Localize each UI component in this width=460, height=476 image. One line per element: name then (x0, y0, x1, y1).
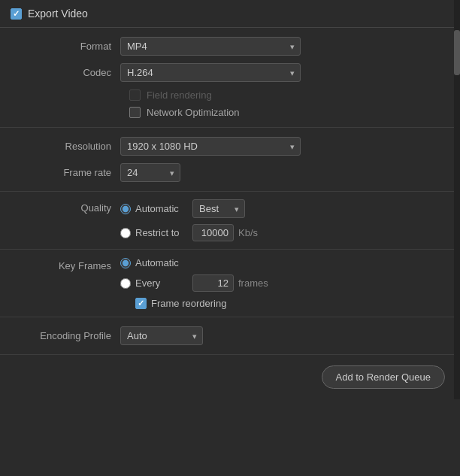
framerate-select[interactable]: 24 25 30 60 (120, 163, 180, 182)
quality-restrict-input[interactable] (192, 224, 234, 241)
frame-reorder-row: Frame reordering (120, 298, 268, 309)
quality-restrict-radio[interactable] (120, 228, 131, 238)
keyframes-every-label: Every (135, 277, 188, 289)
network-opt-row: Network Optimization (23, 107, 437, 118)
quality-options: Automatic Best High Medium Low Restrict … (120, 199, 258, 241)
quality-auto-row: Automatic Best High Medium Low (120, 199, 258, 218)
export-video-label: Export Video (28, 8, 88, 20)
keyframes-label: Key Frames (23, 257, 120, 271)
scrollbar-thumb[interactable] (454, 30, 460, 75)
resolution-select[interactable]: 1920 x 1080 HD 1280 x 720 HD 3840 x 2160… (120, 137, 301, 156)
codec-label: Codec (23, 67, 120, 78)
format-row: Format MP4 MOV AVI MKV (23, 37, 437, 56)
network-opt-checkbox[interactable] (129, 107, 141, 118)
quality-label: Quality (23, 199, 120, 214)
keyframes-auto-radio[interactable] (120, 258, 131, 268)
export-video-checkbox[interactable] (11, 8, 22, 20)
quality-best-wrapper: Best High Medium Low (192, 199, 245, 218)
codec-row: Codec H.264 H.265 ProRes DNxHD (23, 63, 437, 82)
keyframes-auto-row: Automatic (120, 257, 268, 268)
keyframes-every-input[interactable] (192, 274, 234, 292)
quality-auto-label: Automatic (135, 203, 188, 214)
keyframes-group: Key Frames Automatic Every frames Frame … (23, 257, 437, 309)
format-label: Format (23, 41, 120, 52)
keyframes-section: Key Frames Automatic Every frames Frame … (0, 250, 460, 317)
quality-restrict-unit: Kb/s (238, 227, 258, 238)
format-select[interactable]: MP4 MOV AVI MKV (120, 37, 301, 56)
keyframes-options: Automatic Every frames Frame reordering (120, 257, 268, 309)
keyframes-auto-label: Automatic (135, 257, 188, 268)
network-opt-label: Network Optimization (147, 107, 240, 118)
framerate-select-wrapper: 24 25 30 60 (120, 163, 180, 182)
add-to-render-queue-button[interactable]: Add to Render Queue (322, 365, 445, 389)
encoding-select-wrapper: Auto Baseline Main High (120, 326, 203, 345)
quality-restrict-label: Restrict to (135, 227, 188, 238)
keyframes-frames-label: frames (238, 277, 268, 289)
quality-auto-radio[interactable] (120, 204, 131, 214)
quality-section: Quality Automatic Best High Medium Low (0, 192, 460, 250)
resolution-section: Resolution 1920 x 1080 HD 1280 x 720 HD … (0, 128, 460, 192)
quality-restrict-row: Restrict to Kb/s (120, 224, 258, 241)
resolution-select-wrapper: 1920 x 1080 HD 1280 x 720 HD 3840 x 2160… (120, 137, 301, 156)
encoding-row: Encoding Profile Auto Baseline Main High (23, 326, 437, 345)
export-header: Export Video (0, 0, 460, 28)
quality-best-select[interactable]: Best High Medium Low (192, 199, 245, 218)
scrollbar-track[interactable] (454, 0, 460, 399)
field-rendering-label: Field rendering (147, 89, 212, 101)
codec-select-wrapper: H.264 H.265 ProRes DNxHD (120, 63, 301, 82)
framerate-label: Frame rate (23, 167, 120, 178)
keyframes-every-radio[interactable] (120, 278, 131, 289)
export-video-panel: Export Video Format MP4 MOV AVI MKV Code… (0, 0, 460, 399)
quality-group: Quality Automatic Best High Medium Low (23, 199, 437, 241)
frame-reorder-checkbox[interactable] (135, 298, 147, 309)
resolution-label: Resolution (23, 141, 120, 152)
codec-select[interactable]: H.264 H.265 ProRes DNxHD (120, 63, 301, 82)
field-rendering-checkbox (129, 89, 141, 101)
footer: Add to Render Queue (0, 355, 460, 399)
export-video-toggle[interactable]: Export Video (11, 8, 88, 20)
encoding-select[interactable]: Auto Baseline Main High (120, 326, 203, 345)
format-section: Format MP4 MOV AVI MKV Codec H.264 H.265… (0, 28, 460, 128)
keyframes-every-row: Every frames (120, 274, 268, 292)
encoding-label: Encoding Profile (23, 330, 120, 341)
encoding-section: Encoding Profile Auto Baseline Main High (0, 317, 460, 355)
format-select-wrapper: MP4 MOV AVI MKV (120, 37, 301, 56)
frame-reorder-label: Frame reordering (151, 298, 226, 309)
framerate-row: Frame rate 24 25 30 60 (23, 163, 437, 182)
field-rendering-row: Field rendering (23, 89, 437, 101)
resolution-row: Resolution 1920 x 1080 HD 1280 x 720 HD … (23, 137, 437, 156)
